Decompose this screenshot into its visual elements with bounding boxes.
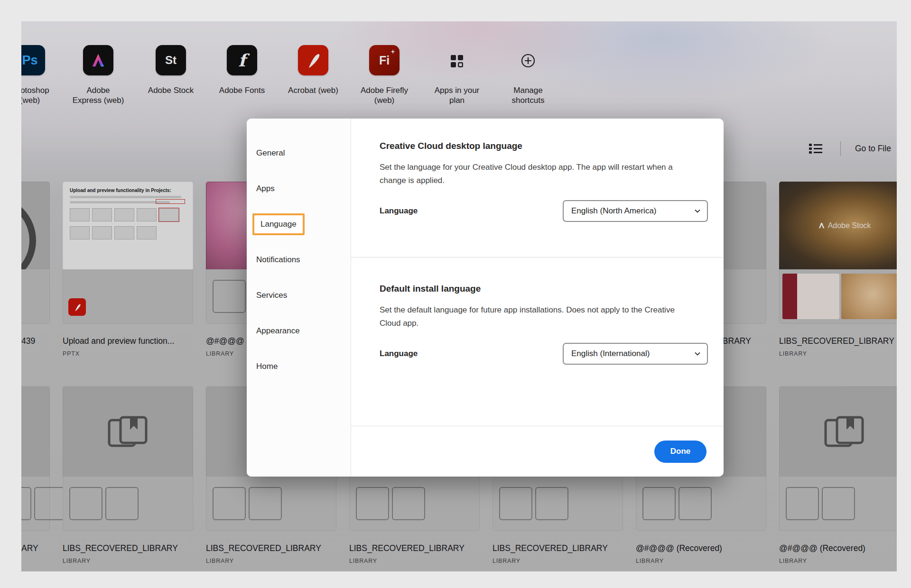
nav-item-general[interactable]: General [247,135,351,171]
section-title: Creative Cloud desktop language [380,141,708,151]
section-description: Set the default language for future app … [380,303,676,330]
nav-item-apps[interactable]: Apps [247,171,351,206]
nav-label: Appearance [256,326,300,336]
section-description: Set the language for your Creative Cloud… [380,161,676,187]
creative-cloud-app: Ps Photoshop (web) Adobe Express (web) S… [0,0,911,588]
desktop-language-section: Creative Cloud desktop language Set the … [351,119,724,257]
language-field-label: Language [380,206,418,216]
nav-label: General [256,148,285,158]
language-field-label: Language [380,349,418,358]
preferences-dialog: General Apps Language Notifications Serv… [247,119,724,477]
install-language-section: Default install language Set the default… [351,257,724,365]
annotation-highlight-box: Language [252,213,305,235]
nav-label: Apps [256,184,275,193]
chevron-down-icon [694,350,701,358]
preferences-nav: General Apps Language Notifications Serv… [247,119,351,477]
install-language-dropdown[interactable]: English (International) [563,343,708,365]
language-field-row: Language English (International) [380,343,708,365]
nav-item-notifications[interactable]: Notifications [247,242,351,277]
nav-item-home[interactable]: Home [247,349,351,384]
desktop-language-dropdown[interactable]: English (North America) [563,200,708,222]
nav-label: Notifications [256,255,300,265]
nav-item-language[interactable]: Language [247,206,351,242]
chevron-down-icon [694,207,701,215]
dropdown-value: English (International) [571,349,650,358]
language-field-row: Language English (North America) [380,200,708,222]
nav-item-services[interactable]: Services [247,277,351,313]
dropdown-value: English (North America) [571,206,657,216]
section-title: Default install language [380,284,708,294]
preferences-content: Creative Cloud desktop language Set the … [351,119,724,477]
nav-label: Home [256,362,278,371]
done-button[interactable]: Done [654,441,706,463]
nav-label: Services [256,291,287,300]
dialog-footer: Done [351,426,724,477]
nav-item-appearance[interactable]: Appearance [247,313,351,349]
